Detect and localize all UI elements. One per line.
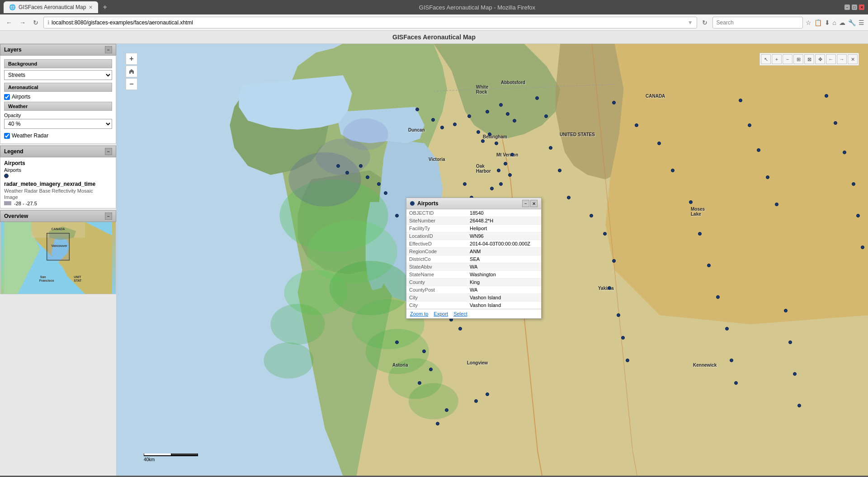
menu-icon[interactable]: ☰ — [859, 19, 864, 26]
airport-dot-r23[interactable] — [734, 381, 738, 385]
window-maximize-btn[interactable]: □ — [852, 5, 857, 10]
airport-dot-10[interactable] — [513, 119, 516, 123]
browser-tab[interactable]: 🌐 GISFaces Aeronautical Map ✕ — [4, 1, 98, 13]
url-input[interactable] — [52, 19, 688, 26]
airport-dot-s3[interactable] — [445, 408, 448, 412]
popup-minimize-btn[interactable]: − — [522, 200, 529, 207]
zoom-to-link[interactable]: Zoom to — [410, 311, 428, 316]
extensions-icon[interactable]: 🔧 — [848, 19, 856, 26]
airport-dot-r6[interactable] — [590, 214, 593, 217]
prev-extent-btn[interactable]: ← — [826, 54, 836, 64]
airport-dot-r18[interactable] — [698, 232, 702, 236]
airport-dot-2[interactable] — [431, 118, 435, 122]
airport-dot-41[interactable] — [395, 214, 399, 217]
airport-dot-3[interactable] — [440, 126, 444, 129]
zoom-out-tool-btn[interactable]: − — [783, 54, 793, 64]
airport-dot-r1[interactable] — [535, 96, 539, 100]
airport-dot-r29[interactable] — [784, 309, 788, 312]
airport-dot-r2[interactable] — [544, 114, 548, 118]
airport-dot-r10[interactable] — [617, 313, 620, 317]
airport-dot-r9[interactable] — [608, 286, 611, 290]
airport-dot-45[interactable] — [359, 164, 363, 168]
forward-btn[interactable]: → — [17, 18, 28, 27]
airport-dot-s5[interactable] — [422, 349, 426, 353]
airport-dot-r15[interactable] — [657, 142, 661, 145]
export-link[interactable]: Export — [434, 311, 448, 316]
airport-dot-r25[interactable] — [748, 123, 751, 127]
reload-btn[interactable]: ↻ — [31, 18, 41, 27]
airport-dot-r30[interactable] — [788, 340, 792, 344]
airport-dot-9[interactable] — [506, 112, 509, 116]
airport-dot-r17[interactable] — [689, 200, 693, 204]
airport-dot-14[interactable] — [510, 153, 514, 156]
airport-dot-12[interactable] — [495, 142, 498, 145]
airport-dot-4[interactable] — [453, 123, 457, 126]
select-link[interactable]: Select — [453, 311, 467, 316]
airport-dot-r19[interactable] — [707, 264, 711, 267]
airport-dot-r20[interactable] — [716, 295, 720, 299]
airport-dot-11[interactable] — [488, 132, 491, 136]
airport-dot-36[interactable] — [458, 327, 462, 331]
airport-dot-r36[interactable] — [852, 182, 855, 186]
next-extent-btn[interactable]: → — [837, 54, 847, 64]
back-btn[interactable]: ← — [4, 18, 14, 27]
airport-dot-15[interactable] — [504, 162, 507, 165]
airport-dot-43[interactable] — [377, 182, 381, 186]
airport-dot-s6[interactable] — [429, 368, 433, 371]
airport-dot-18[interactable] — [499, 182, 503, 186]
zoom-in-btn[interactable]: + — [126, 53, 137, 65]
map-area[interactable]: WhiteRock Abbotsford Duncan Bellingham V… — [117, 44, 868, 476]
airport-dot-r16[interactable] — [671, 169, 675, 172]
airport-dot-r8[interactable] — [612, 259, 616, 263]
rubber-band-btn[interactable]: ⊞ — [793, 54, 803, 64]
popup-close-btn[interactable]: ✕ — [530, 200, 538, 207]
airport-dot-44[interactable] — [366, 175, 369, 179]
layers-collapse-btn[interactable]: − — [105, 46, 112, 53]
close-map-btn[interactable]: ✕ — [848, 54, 858, 64]
zoom-out-btn[interactable]: − — [126, 78, 137, 90]
airport-dot-r34[interactable] — [834, 121, 837, 125]
airport-dot-42[interactable] — [384, 191, 387, 195]
airport-dot-6[interactable] — [476, 130, 480, 134]
airport-dot-r38[interactable] — [861, 246, 864, 249]
airport-dot-19[interactable] — [490, 187, 494, 190]
zoom-in-tool-btn[interactable]: + — [772, 54, 782, 64]
airport-dot-16[interactable] — [497, 169, 500, 172]
navigate-tool-btn[interactable]: ↖ — [761, 54, 771, 64]
airport-dot-46[interactable] — [345, 171, 349, 175]
airport-dot-s8[interactable] — [395, 340, 399, 344]
search-input[interactable] — [712, 17, 803, 28]
legend-collapse-btn[interactable]: − — [105, 148, 112, 155]
airport-dot-20[interactable] — [463, 182, 467, 186]
window-close-btn[interactable]: ✕ — [859, 5, 864, 10]
airport-dot-r5[interactable] — [567, 196, 571, 199]
overview-collapse-btn[interactable]: − — [105, 213, 112, 220]
airport-dot-s7[interactable] — [418, 381, 421, 385]
reading-list-icon[interactable]: 📋 — [814, 19, 822, 26]
airport-dot-r33[interactable] — [825, 94, 828, 98]
airport-dot-r13[interactable] — [612, 101, 616, 104]
reload-btn2[interactable]: ↻ — [700, 18, 710, 27]
full-extent-btn[interactable]: ⊠ — [804, 54, 814, 64]
sync-icon[interactable]: ☁ — [839, 19, 845, 26]
airports-checkbox[interactable] — [4, 94, 10, 100]
legend-header[interactable]: Legend − — [0, 146, 116, 157]
airport-dot-r7[interactable] — [603, 232, 607, 236]
opacity-dropdown[interactable]: 10 % 20 % 30 % 40 % 50 % 60 % — [4, 119, 112, 129]
airport-dot-r28[interactable] — [775, 203, 778, 206]
airport-dot-r35[interactable] — [843, 151, 846, 154]
tab-close-btn[interactable]: ✕ — [89, 5, 93, 10]
window-minimize-btn[interactable]: − — [844, 5, 850, 10]
airport-dot-r26[interactable] — [757, 148, 760, 152]
airport-dot-8[interactable] — [499, 103, 503, 107]
download-icon[interactable]: ⬇ — [825, 19, 830, 26]
airport-dot-r32[interactable] — [797, 404, 801, 407]
airport-dot-r3[interactable] — [549, 146, 552, 150]
airport-dot-r4[interactable] — [558, 169, 561, 172]
airport-dot-r37[interactable] — [856, 214, 860, 217]
zoom-reset-btn[interactable] — [126, 66, 137, 77]
background-dropdown[interactable]: Streets Satellite Hybrid Topo — [4, 70, 112, 80]
airport-dot-7[interactable] — [486, 110, 489, 113]
airport-dot-13[interactable] — [481, 139, 485, 143]
airport-dot-r27[interactable] — [766, 175, 769, 179]
